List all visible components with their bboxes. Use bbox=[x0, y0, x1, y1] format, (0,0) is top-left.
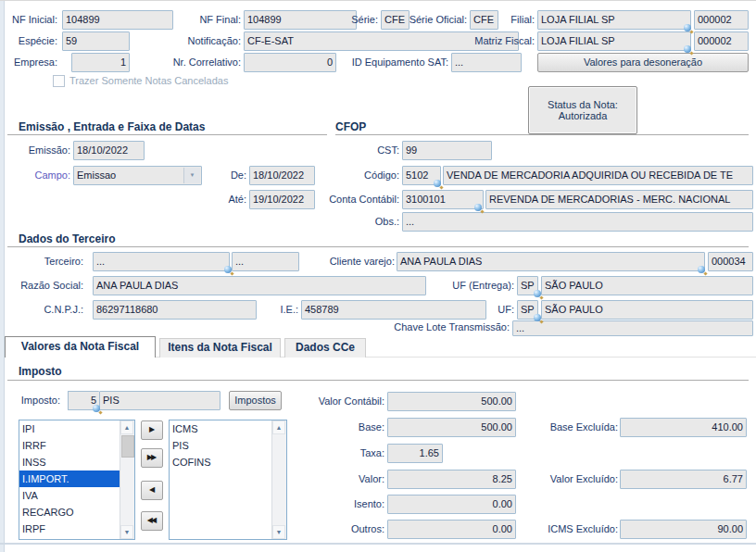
valor-excluido-label: Valor Excluído: bbox=[535, 470, 618, 488]
chave-lote-field[interactable]: ... bbox=[512, 320, 753, 336]
matriz-fiscal-name-field[interactable]: LOJA FILIAL SP bbox=[537, 31, 691, 51]
serie-field[interactable]: CFE bbox=[381, 10, 410, 30]
list-item[interactable]: IRRF bbox=[19, 437, 120, 454]
cnpj-label: C.N.P.J.: bbox=[17, 300, 83, 319]
terceiro-lookup-icon[interactable] bbox=[224, 266, 232, 273]
imposto-lookup-icon[interactable] bbox=[93, 405, 100, 412]
campo-dropdown[interactable]: Emissao ▼ bbox=[73, 166, 202, 185]
terceiro-field-2[interactable]: ... bbox=[232, 252, 299, 271]
base-excluida-field[interactable]: 410.00 bbox=[620, 418, 747, 437]
cliente-varejo-code-field[interactable]: 000034 bbox=[708, 252, 753, 271]
matriz-fiscal-code-field[interactable]: 000002 bbox=[694, 31, 749, 51]
imposto-section-title: Imposto bbox=[19, 365, 62, 378]
taxa-field[interactable]: 1.65 bbox=[387, 444, 443, 463]
razao-social-field[interactable]: ANA PAULA DIAS bbox=[93, 276, 426, 295]
trazer-somente-checkbox[interactable] bbox=[53, 75, 65, 87]
conta-contabil-desc-field[interactable]: REVENDA DE MERCADORIAS - MERC. NACIONAL bbox=[485, 190, 753, 209]
status-da-nota-panel: Status da Nota: Autorizada bbox=[528, 86, 637, 134]
cliente-varejo-lookup-icon[interactable] bbox=[698, 266, 705, 273]
base-label: Base: bbox=[301, 418, 384, 436]
isento-field[interactable]: 0.00 bbox=[387, 495, 516, 514]
valores-desoneracao-button[interactable]: Valores para desoneração bbox=[537, 53, 749, 72]
assigned-taxes-list[interactable]: ICMS PIS COFINS ▲ ▼ bbox=[169, 420, 287, 540]
empresa-field[interactable]: 1 bbox=[71, 53, 130, 72]
available-list-scrollbar[interactable]: ▲ ▼ bbox=[120, 420, 134, 539]
nf-inicial-field[interactable]: 104899 bbox=[62, 10, 173, 30]
ate-field[interactable]: 19/10/2022 bbox=[249, 190, 315, 209]
terceiro-field-1[interactable]: ... bbox=[93, 252, 230, 271]
scroll-up-icon[interactable]: ▲ bbox=[272, 420, 285, 434]
impostos-button[interactable]: Impostos bbox=[229, 391, 282, 410]
tab-itens-da-nota-fiscal[interactable]: Itens da Nota Fiscal bbox=[159, 338, 281, 358]
serie-label: Série: bbox=[338, 10, 378, 29]
matriz-fiscal-lookup-icon[interactable] bbox=[684, 45, 691, 53]
conta-contabil-lookup-icon[interactable] bbox=[474, 204, 482, 211]
double-arrow-left-icon: ◀◀ bbox=[147, 512, 155, 529]
available-taxes-list[interactable]: IPI IRRF INSS I.IMPORT. IVA RECARGO IRPF… bbox=[19, 420, 135, 540]
tab-valores-da-nota-fiscal[interactable]: Valores da Nota Fiscal bbox=[5, 336, 156, 358]
imposto-desc-field[interactable]: PIS bbox=[99, 391, 220, 410]
razao-social-label: Razão Social: bbox=[13, 276, 83, 295]
list-item-selected[interactable]: I.IMPORT. bbox=[19, 470, 120, 487]
list-item[interactable]: IVA bbox=[19, 487, 120, 504]
terceiro-section-line bbox=[7, 246, 749, 247]
nota-fiscal-form: NF Inicial: 104899 NF Final: 104899 Séri… bbox=[0, 0, 756, 552]
especie-field[interactable]: 59 bbox=[62, 31, 130, 51]
uf-entrega-nome-field[interactable]: SÃO PAULO bbox=[541, 276, 753, 295]
move-right-button[interactable]: ▶ bbox=[141, 420, 163, 440]
conta-contabil-label: Conta Contábil: bbox=[316, 190, 399, 208]
list-item[interactable]: IRPF bbox=[19, 521, 120, 537]
cnpj-field[interactable]: 86297118680 bbox=[93, 300, 257, 320]
ie-field[interactable]: 458789 bbox=[301, 300, 486, 320]
list-item[interactable]: IPI bbox=[19, 420, 120, 437]
nr-correlativo-field[interactable]: 0 bbox=[244, 53, 336, 72]
base-field[interactable]: 500.00 bbox=[387, 418, 516, 437]
chevron-down-icon[interactable]: ▼ bbox=[183, 168, 200, 183]
uf-entrega-label: UF (Entrega): bbox=[435, 276, 514, 295]
uf-nome-field[interactable]: SÃO PAULO bbox=[541, 300, 753, 320]
cliente-varejo-name-field[interactable]: ANA PAULA DIAS bbox=[397, 252, 705, 271]
cst-field[interactable]: 99 bbox=[402, 141, 492, 160]
scrollbar-thumb[interactable] bbox=[121, 435, 134, 458]
icms-excluido-field[interactable]: 90.00 bbox=[620, 520, 747, 539]
valor-excluido-field[interactable]: 6.77 bbox=[620, 470, 747, 489]
matriz-fiscal-label: Matriz Fiscal: bbox=[463, 31, 535, 50]
serie-oficial-field[interactable]: CFE bbox=[470, 10, 498, 30]
obs-field[interactable]: ... bbox=[402, 212, 753, 232]
tab-dados-cce[interactable]: Dados CCe bbox=[284, 338, 366, 358]
chave-lote-label: Chave Lote Transmissão: bbox=[380, 319, 510, 335]
list-item[interactable]: RECARGO bbox=[19, 504, 120, 521]
valor-field[interactable]: 8.25 bbox=[387, 470, 516, 489]
icms-excluido-label: ICMS Excluído: bbox=[535, 520, 618, 538]
filial-lookup-icon[interactable] bbox=[684, 24, 691, 31]
list-item[interactable]: ICMS bbox=[170, 420, 272, 437]
move-all-right-button[interactable]: ▶▶ bbox=[141, 448, 163, 468]
scroll-down-icon[interactable]: ▼ bbox=[272, 525, 285, 539]
nr-correlativo-label: Nr. Correlativo: bbox=[134, 53, 241, 71]
cliente-varejo-label: Cliente varejo: bbox=[306, 252, 395, 270]
scroll-up-icon[interactable]: ▲ bbox=[120, 420, 133, 434]
uf-lookup-icon[interactable] bbox=[534, 314, 541, 321]
terceiro-label: Terceiro: bbox=[17, 252, 83, 270]
assigned-list-scrollbar[interactable]: ▲ ▼ bbox=[271, 420, 286, 539]
conta-contabil-code-field[interactable]: 3100101 bbox=[402, 190, 484, 209]
filial-label: Filial: bbox=[501, 10, 535, 29]
filial-code-field[interactable]: 000002 bbox=[694, 10, 749, 30]
uf-entrega-lookup-icon[interactable] bbox=[534, 290, 541, 297]
id-equipamento-sat-label: ID Equipamento SAT: bbox=[343, 53, 448, 71]
move-all-left-button[interactable]: ◀◀ bbox=[141, 511, 163, 531]
outros-field[interactable]: 0.00 bbox=[387, 520, 516, 539]
emissao-field[interactable]: 18/10/2022 bbox=[73, 141, 145, 160]
left-edge-strip bbox=[0, 1, 5, 552]
scroll-down-icon[interactable]: ▼ bbox=[120, 525, 133, 539]
filial-name-field[interactable]: LOJA FILIAL SP bbox=[537, 10, 691, 30]
list-item[interactable]: PIS bbox=[170, 437, 272, 454]
codigo-lookup-icon[interactable] bbox=[434, 180, 441, 187]
codigo-desc-field[interactable]: VENDA DE MERCADORIA ADQUIRIDA OU RECEBID… bbox=[443, 166, 753, 185]
de-field[interactable]: 18/10/2022 bbox=[249, 166, 315, 185]
list-item[interactable]: COFINS bbox=[170, 454, 272, 470]
valor-contabil-field[interactable]: 500.00 bbox=[387, 392, 516, 411]
move-left-button[interactable]: ◀ bbox=[141, 481, 163, 500]
id-equipamento-sat-field[interactable]: ... bbox=[451, 53, 522, 72]
list-item[interactable]: INSS bbox=[19, 454, 120, 470]
